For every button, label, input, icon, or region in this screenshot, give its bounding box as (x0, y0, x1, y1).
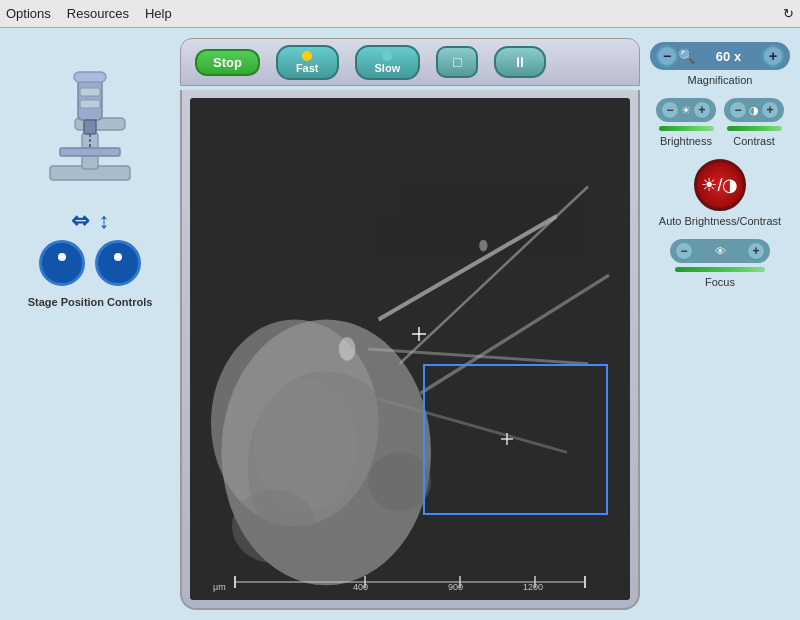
magnification-minus-button[interactable]: − (656, 45, 678, 67)
menu-help[interactable]: Help (145, 6, 172, 21)
focus-label: Focus (705, 276, 735, 288)
stage-position-label: Stage Position Controls (28, 296, 153, 308)
auto-bc-group: ☀/◑ Auto Brightness/Contrast (650, 159, 790, 227)
magnification-plus-button[interactable]: + (762, 45, 784, 67)
svg-rect-6 (80, 100, 100, 108)
menu-resources[interactable]: Resources (67, 6, 129, 21)
svg-rect-7 (84, 120, 96, 134)
svg-rect-4 (74, 72, 106, 82)
focus-oval: − 👁 + (670, 239, 770, 263)
square-button[interactable]: □ (436, 46, 478, 78)
focus-icon: 👁 (715, 245, 726, 257)
brightness-plus-button[interactable]: + (693, 101, 711, 119)
focus-minus-button[interactable]: − (675, 242, 693, 260)
svg-text:400: 400 (353, 582, 368, 592)
magnification-label: Magnification (688, 74, 753, 86)
brightness-slider-bar[interactable] (659, 126, 714, 131)
svg-point-22 (368, 452, 431, 511)
fast-indicator (302, 51, 312, 61)
auto-bc-icon: ☀/◑ (701, 174, 738, 196)
svg-point-21 (479, 240, 487, 252)
microscope-view: μm 400 900 1200 (190, 98, 630, 600)
svg-text:1200: 1200 (523, 582, 543, 592)
svg-text:900: 900 (448, 582, 463, 592)
brightness-control: − ☀ + Brightness (656, 98, 716, 147)
magnification-slider: − 🔍 60 x + (650, 42, 790, 70)
svg-rect-3 (78, 78, 102, 120)
slow-label: Slow (375, 62, 401, 74)
contrast-oval: − ◑ + (724, 98, 784, 122)
auto-brightness-contrast-button[interactable]: ☀/◑ (694, 159, 746, 211)
contrast-label: Contrast (733, 135, 775, 147)
stage-horizontal-arrow: ⇔ (71, 208, 89, 234)
brightness-minus-button[interactable]: − (661, 101, 679, 119)
stop-button[interactable]: Stop (195, 49, 260, 76)
magnification-icon: 🔍 (678, 48, 695, 64)
stage-vertical-arrow: ↕ (99, 208, 110, 234)
fast-label: Fast (296, 62, 319, 74)
fast-button[interactable]: Fast (276, 45, 339, 80)
slow-indicator (382, 51, 392, 61)
menu-options[interactable]: Options (6, 6, 51, 21)
brightness-icon: ☀ (681, 104, 691, 117)
magnification-control: − 🔍 60 x + Magnification (650, 42, 790, 86)
focus-plus-button[interactable]: + (747, 242, 765, 260)
contrast-slider-bar[interactable] (727, 126, 782, 131)
brightness-oval: − ☀ + (656, 98, 716, 122)
svg-point-20 (339, 337, 356, 361)
square-icon: □ (453, 54, 461, 70)
magnification-value: 60 x (695, 49, 762, 64)
brightness-contrast-row: − ☀ + Brightness − ◑ + Contrast (656, 98, 784, 147)
image-viewer: μm 400 900 1200 (180, 90, 640, 610)
svg-point-23 (232, 489, 316, 563)
stage-knob-horizontal[interactable] (39, 240, 85, 286)
contrast-control: − ◑ + Contrast (724, 98, 784, 147)
brightness-label: Brightness (660, 135, 712, 147)
left-panel: ⇔ ↕ Stage Position Controls (10, 38, 170, 610)
scale-bar-area: μm 400 900 1200 (194, 570, 626, 594)
pause-icon: ⏸ (513, 54, 527, 70)
main-content: ⇔ ↕ Stage Position Controls Stop Fast Sl… (0, 28, 800, 620)
slow-button[interactable]: Slow (355, 45, 421, 80)
svg-rect-5 (80, 88, 100, 96)
scale-bar-svg: μm 400 900 1200 (194, 570, 626, 594)
stage-knob-vertical[interactable] (95, 240, 141, 286)
right-panel: − 🔍 60 x + Magnification − ☀ + Brightnes… (650, 38, 790, 610)
svg-rect-8 (60, 148, 120, 156)
contrast-icon: ◑ (749, 104, 759, 117)
stage-knobs (39, 240, 141, 286)
stage-controls: ⇔ ↕ Stage Position Controls (28, 208, 153, 308)
stage-arrows: ⇔ ↕ (71, 208, 110, 234)
menu-bar: Options Resources Help ↻ (0, 0, 800, 28)
contrast-minus-button[interactable]: − (729, 101, 747, 119)
auto-bc-label: Auto Brightness/Contrast (659, 215, 781, 227)
refresh-icon[interactable]: ↻ (783, 6, 794, 21)
microscope-image-svg (190, 98, 630, 600)
focus-control: − 👁 + Focus (650, 239, 790, 288)
pause-button[interactable]: ⏸ (494, 46, 546, 78)
microscope-illustration (40, 58, 140, 188)
contrast-plus-button[interactable]: + (761, 101, 779, 119)
viewer-panel: Stop Fast Slow □ ⏸ (180, 38, 640, 610)
toolbar: Stop Fast Slow □ ⏸ (180, 38, 640, 86)
svg-text:μm: μm (213, 582, 226, 592)
focus-slider-bar[interactable] (675, 267, 765, 272)
